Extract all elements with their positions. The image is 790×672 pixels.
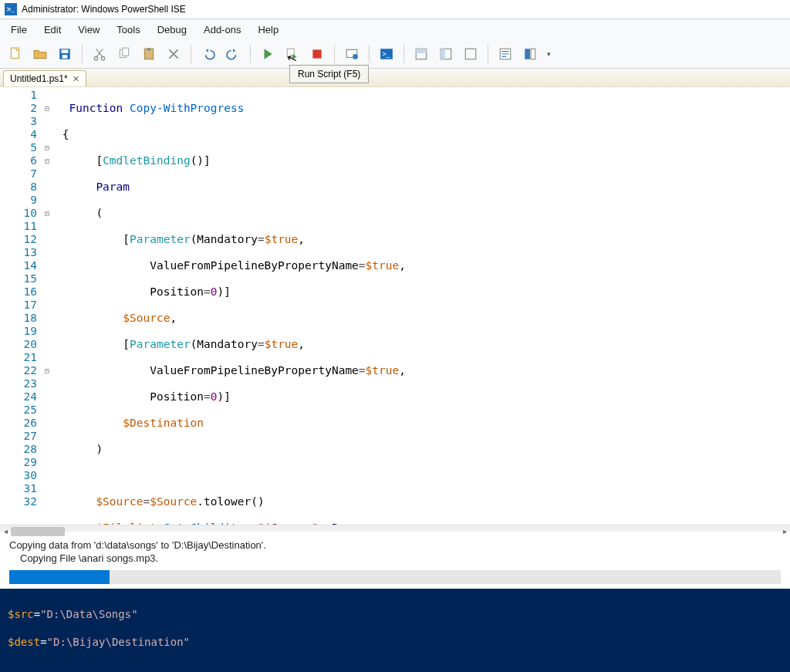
console-line: $src="D:\Data\Songs"	[8, 607, 782, 621]
menu-tools[interactable]: Tools	[109, 21, 147, 39]
fold-gutter[interactable]: ⊟⊟⊟⊟⊟	[42, 87, 52, 525]
svg-rect-0	[11, 48, 19, 59]
show-script-max-button[interactable]	[460, 43, 481, 65]
paste-button[interactable]	[138, 43, 160, 65]
app-icon: >_	[5, 3, 17, 15]
scroll-right-icon[interactable]: ▸	[779, 525, 790, 538]
svg-rect-19	[441, 49, 445, 59]
svg-rect-9	[147, 48, 151, 50]
code-content[interactable]: Function Copy-WithProgress { [CmdletBind…	[52, 87, 790, 525]
window-title: Administrator: Windows PowerShell ISE	[22, 4, 186, 15]
new-remote-tab-button[interactable]	[341, 43, 363, 65]
show-script-top-button[interactable]	[410, 43, 432, 65]
svg-rect-2	[62, 49, 69, 53]
console-line	[8, 663, 782, 672]
code-editor[interactable]: 1234567891011121314151617181920212223242…	[0, 86, 790, 525]
svg-rect-11	[312, 49, 321, 58]
copy-button[interactable]	[113, 43, 135, 65]
separator	[191, 45, 191, 63]
separator	[488, 45, 488, 63]
menu-file[interactable]: File	[3, 21, 35, 39]
svg-rect-22	[525, 49, 530, 59]
menu-debug[interactable]: Debug	[150, 21, 194, 39]
menubar: File Edit View Tools Debug Add-ons Help	[0, 19, 790, 40]
run-script-tooltip: Run Script (F5)	[289, 65, 369, 83]
console-pane[interactable]: $src="D:\Data\Songs" $dest="D:\Bijay\Des…	[0, 589, 790, 672]
save-button[interactable]	[54, 43, 76, 65]
console-line: $dest="D:\Bijay\Destination"	[8, 635, 782, 649]
redo-button[interactable]	[222, 43, 244, 65]
svg-rect-17	[416, 49, 427, 53]
scroll-thumb[interactable]	[11, 527, 65, 536]
separator	[369, 45, 370, 63]
new-button[interactable]	[5, 43, 26, 65]
svg-rect-3	[62, 55, 68, 59]
svg-rect-20	[465, 49, 476, 59]
script-tab[interactable]: Untitled1.ps1* ✕	[3, 70, 86, 86]
run-selection-button[interactable]	[282, 43, 303, 65]
scroll-left-icon[interactable]: ◂	[0, 525, 11, 538]
toolbar-overflow[interactable]: ▾	[544, 43, 553, 65]
progress-bar-fill	[9, 570, 110, 584]
titlebar: >_ Administrator: Windows PowerShell ISE	[0, 0, 790, 19]
show-script-right-button[interactable]	[435, 43, 457, 65]
progress-pane: Copying data from 'd:\data\songs' to 'D:…	[0, 532, 790, 589]
svg-point-13	[353, 54, 358, 59]
powershell-tab-button[interactable]: >_	[376, 43, 397, 65]
line-number-gutter: 1234567891011121314151617181920212223242…	[0, 87, 42, 525]
show-command-addon-button[interactable]	[519, 43, 541, 65]
tab-close-button[interactable]: ✕	[73, 74, 79, 84]
tabbar: Untitled1.ps1* ✕	[0, 69, 790, 86]
progress-bar	[9, 570, 781, 584]
progress-activity: Copying data from 'd:\data\songs' to 'D:…	[9, 539, 781, 551]
svg-text:>_: >_	[382, 50, 390, 58]
cut-button[interactable]	[89, 43, 110, 65]
menu-view[interactable]: View	[70, 21, 107, 39]
menu-addons[interactable]: Add-ons	[196, 21, 248, 39]
menu-help[interactable]: Help	[250, 21, 286, 39]
run-script-button[interactable]	[257, 43, 279, 65]
toolbar: >_ ▾	[0, 40, 790, 69]
tab-label: Untitled1.ps1*	[10, 73, 68, 84]
stop-button[interactable]	[306, 43, 328, 65]
open-button[interactable]	[29, 43, 51, 65]
svg-rect-7	[123, 48, 129, 56]
undo-button[interactable]	[198, 43, 219, 65]
progress-status: Copying File \anari songs.mp3.	[9, 552, 781, 564]
editor-horizontal-scrollbar[interactable]: ◂ ▸	[0, 525, 790, 532]
clear-button[interactable]	[163, 43, 184, 65]
svg-rect-23	[531, 49, 535, 59]
separator	[82, 45, 83, 63]
separator	[403, 45, 404, 63]
menu-edit[interactable]: Edit	[36, 21, 69, 39]
separator	[334, 45, 335, 63]
separator	[250, 45, 251, 63]
show-command-button[interactable]	[495, 43, 516, 65]
